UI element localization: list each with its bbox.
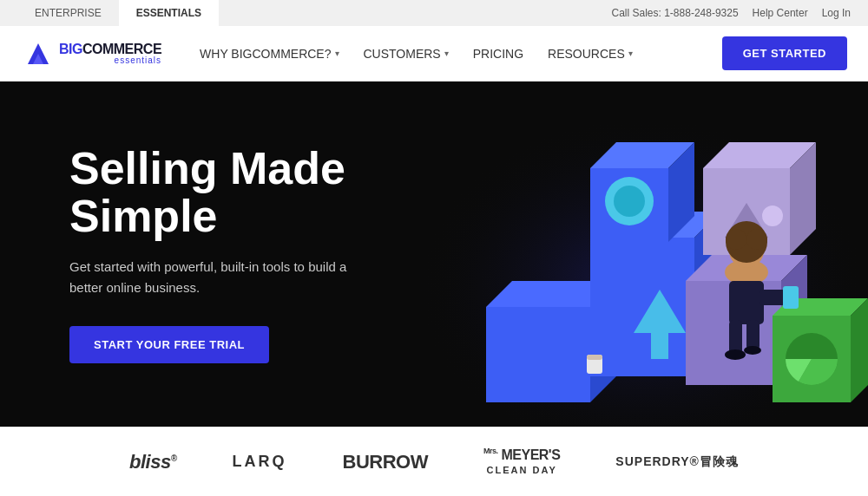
svg-marker-6 xyxy=(590,238,694,376)
svg-rect-37 xyxy=(760,290,786,305)
start-trial-button[interactable]: START YOUR FREE TRIAL xyxy=(69,326,269,363)
svg-rect-32 xyxy=(729,281,764,324)
svg-marker-20 xyxy=(851,298,868,402)
brand-burrow: BURROW xyxy=(343,451,428,473)
get-started-button[interactable]: GET STARTED xyxy=(722,36,847,70)
logo-text: BIGCOMMERCE essentials xyxy=(59,42,161,65)
nav-links: WHY BIGCOMMERCE? ▾ CUSTOMERS ▾ PRICING R… xyxy=(189,40,694,68)
utility-bar: ENTERPRISE ESSENTIALS Call Sales: 1-888-… xyxy=(0,0,868,26)
nav-pricing[interactable]: PRICING xyxy=(463,40,534,68)
svg-rect-38 xyxy=(783,286,799,309)
utility-right: Call Sales: 1-888-248-9325 Help Center L… xyxy=(612,7,852,19)
main-nav: BIGCOMMERCE essentials WHY BIGCOMMERCE? … xyxy=(0,26,868,82)
brand-superdry: SUPERDRY®冒険魂 xyxy=(615,454,739,470)
nav-right: GET STARTED xyxy=(722,36,847,70)
tab-enterprise[interactable]: ENTERPRISE xyxy=(17,0,119,26)
svg-point-30 xyxy=(726,229,746,250)
tab-essentials[interactable]: ESSENTIALS xyxy=(119,0,219,26)
svg-point-31 xyxy=(746,229,767,250)
brands-bar: bliss® LARQ BURROW Mrs. MEYER'SCLEAN DAY… xyxy=(0,427,868,496)
svg-point-35 xyxy=(725,349,746,360)
hero-content: Selling Made Simple Get started with pow… xyxy=(0,145,434,363)
logo-icon xyxy=(21,36,56,71)
phone-number: Call Sales: 1-888-248-9325 xyxy=(612,7,739,19)
svg-point-36 xyxy=(744,346,761,355)
nav-customers[interactable]: CUSTOMERS ▾ xyxy=(353,40,459,68)
nav-resources[interactable]: RESOURCES ▾ xyxy=(537,40,643,68)
svg-point-25 xyxy=(762,206,783,226)
hero-subtitle: Get started with powerful, built-in tool… xyxy=(69,257,365,298)
svg-point-16 xyxy=(614,186,645,217)
brand-larq: LARQ xyxy=(233,453,287,471)
tab-group: ENTERPRISE ESSENTIALS xyxy=(17,0,219,26)
hero-illustration xyxy=(417,82,868,427)
cubes-svg xyxy=(417,82,868,427)
svg-rect-40 xyxy=(587,355,602,360)
svg-rect-34 xyxy=(746,320,760,350)
nav-why-bigcommerce[interactable]: WHY BIGCOMMERCE? ▾ xyxy=(189,40,349,68)
hero-title: Selling Made Simple xyxy=(69,145,365,239)
login-link[interactable]: Log In xyxy=(822,7,851,19)
hero-section: Selling Made Simple Get started with pow… xyxy=(0,82,868,427)
logo[interactable]: BIGCOMMERCE essentials xyxy=(21,36,161,71)
help-center-link[interactable]: Help Center xyxy=(753,7,808,19)
svg-rect-33 xyxy=(729,320,742,355)
chevron-down-icon: ▾ xyxy=(444,49,449,58)
brand-meyers: Mrs. MEYER'SCLEAN DAY xyxy=(483,447,560,477)
chevron-down-icon: ▾ xyxy=(628,49,633,58)
chevron-down-icon: ▾ xyxy=(335,49,339,58)
svg-marker-3 xyxy=(486,307,590,402)
brand-bliss: bliss® xyxy=(129,451,177,473)
